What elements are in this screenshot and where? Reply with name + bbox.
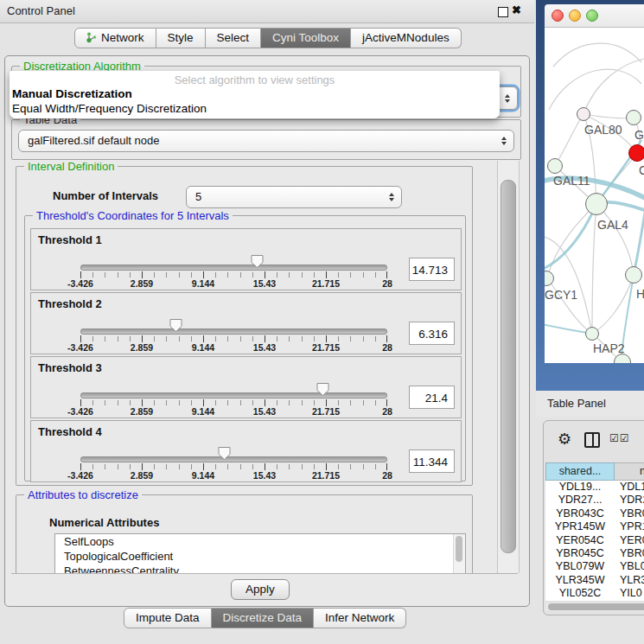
tick-label: 2.859 <box>131 470 153 481</box>
threshold-3-slider[interactable]: -3.4262.8599.14415.4321.71528 <box>80 357 387 418</box>
table-row[interactable]: YIL052CYIL0 <box>545 587 644 600</box>
slider-thumb[interactable] <box>316 382 330 397</box>
tick-mark <box>265 335 265 342</box>
tab-discretize-data[interactable]: Discretize Data <box>212 608 315 628</box>
node-label: H <box>636 287 644 301</box>
threshold-2-slider[interactable]: -3.4262.8599.14415.4321.71528 <box>80 293 387 354</box>
close-traffic-light[interactable] <box>552 10 564 22</box>
tick-mark <box>203 399 204 406</box>
network-node-gal11[interactable] <box>547 158 563 174</box>
table-row[interactable]: YPR145WYPR1 <box>545 520 644 533</box>
threshold-3-value-field[interactable]: 21.4 <box>409 386 455 409</box>
tick-label: -3.426 <box>67 278 93 289</box>
tick-mark <box>386 399 387 406</box>
tick-label: 9.144 <box>192 278 214 289</box>
panel-scrollbar[interactable] <box>497 161 520 573</box>
spinner-arrows-icon <box>389 193 394 201</box>
apply-button[interactable]: Apply <box>231 579 290 600</box>
tick-mark <box>386 463 387 470</box>
tick-label: 28 <box>382 278 392 289</box>
column-header-name[interactable]: na <box>615 462 644 481</box>
network-node-h[interactable] <box>625 266 642 284</box>
tab-impute-data[interactable]: Impute Data <box>124 608 212 628</box>
interval-definition-title: Interval Definition <box>24 161 118 173</box>
tab-cyni-toolbox[interactable]: Cyni Toolbox <box>261 28 351 48</box>
table-body[interactable]: YDL19...YDL1 YDR27...YDR2 YBR043CYBR0 YP… <box>545 481 644 601</box>
network-icon <box>86 30 97 49</box>
algorithm-dropdown-popup: Select algorithm to view settings Manual… <box>10 71 500 118</box>
network-node-red[interactable] <box>628 144 644 162</box>
tick-mark <box>265 463 265 470</box>
network-node-gal80[interactable] <box>577 107 590 121</box>
attributes-list[interactable]: SelfLoops TopologicalCoefficient Between… <box>54 533 466 573</box>
network-view-window: GAL80 GA C GAL11 GAL4 GCY1 H HAP2 <box>536 0 644 391</box>
table-row[interactable]: YBR043CYBR0 <box>545 507 644 520</box>
tick-label: 2.859 <box>131 342 153 353</box>
tab-style[interactable]: Style <box>156 28 206 48</box>
gear-icon[interactable]: ⚙ <box>558 430 571 449</box>
network-node-hap2[interactable] <box>585 327 599 341</box>
close-icon[interactable]: ✖ <box>512 3 521 16</box>
table-panel-title: Table Panel <box>547 397 606 410</box>
tab-select[interactable]: Select <box>206 28 262 48</box>
table-row[interactable]: YBR045CYBR0 <box>545 547 644 560</box>
table-data-combobox[interactable]: galFiltered.sif default node <box>18 130 514 152</box>
table-row[interactable]: YER054CYER0 <box>545 534 644 547</box>
slider-thumb[interactable] <box>217 446 232 461</box>
tick-mark <box>142 399 143 406</box>
zoom-traffic-light[interactable] <box>586 10 598 22</box>
table-horizontal-scrollbar[interactable] <box>545 603 644 611</box>
node-label: GAL11 <box>553 174 590 188</box>
scrollbar-thumb[interactable] <box>548 603 644 610</box>
tick-mark <box>80 399 81 406</box>
table-row[interactable]: YBL079WYBL0 <box>545 560 644 573</box>
threshold-3-panel: Threshold 3 -3.4262.8599.14415.4321.7152… <box>30 356 462 418</box>
tick-label: 28 <box>382 406 392 417</box>
number-of-intervals-spinner[interactable]: 5 <box>186 186 402 208</box>
slider-thumb[interactable] <box>250 254 265 269</box>
table-row[interactable]: YDL19...YDL1 <box>545 481 644 494</box>
list-scrollbar[interactable] <box>453 534 465 573</box>
interval-definition-group: Interval Definition Number of Intervals … <box>16 166 473 486</box>
float-window-icon[interactable] <box>498 7 508 17</box>
column-header-shared[interactable]: shared... <box>545 462 615 481</box>
table-row[interactable]: YLR345WYLR3 <box>545 574 644 587</box>
tab-jactivemnodules[interactable]: jActiveMNodules <box>351 28 462 48</box>
tick-label: 15.43 <box>253 278 276 289</box>
threshold-1-slider[interactable]: -3.4262.8599.14415.4321.71528 <box>80 229 387 290</box>
tab-network[interactable]: Network <box>74 28 156 48</box>
list-item[interactable]: BetweennessCentrality <box>55 564 465 573</box>
slider-thumb[interactable] <box>169 318 183 333</box>
panel-footer: Apply <box>11 573 518 605</box>
list-item[interactable]: TopologicalCoefficient <box>55 549 465 564</box>
network-node-gal4[interactable] <box>585 193 608 215</box>
slider-track <box>80 265 387 271</box>
tick-mark <box>326 335 327 342</box>
tick-mark <box>386 335 387 342</box>
minimize-traffic-light[interactable] <box>569 10 581 22</box>
tick-mark <box>142 463 143 470</box>
tick-mark <box>142 335 143 342</box>
network-node-ga[interactable] <box>626 110 641 125</box>
tick-mark <box>142 271 143 278</box>
table-data-value: galFiltered.sif default node <box>28 131 494 150</box>
control-panel-titlebar: Control Panel ✖ <box>0 0 534 23</box>
dropdown-hint: Select algorithm to view settings <box>10 73 500 86</box>
scrollbar-thumb[interactable] <box>501 180 516 553</box>
slider-minor-ticks <box>80 272 387 277</box>
dropdown-option-equal-width[interactable]: Equal Width/Frequency Discretization <box>12 102 207 115</box>
list-item[interactable]: SelfLoops <box>55 534 465 549</box>
checkbox-columns-icon[interactable]: ☑☑ <box>609 432 630 444</box>
threshold-2-value-field[interactable]: 6.316 <box>409 322 455 345</box>
threshold-4-value-field[interactable]: 11.344 <box>409 450 455 473</box>
tick-label: 21.715 <box>312 406 340 417</box>
table-row[interactable]: YDR27...YDR2 <box>545 494 644 507</box>
dropdown-option-manual[interactable]: Manual Discretization <box>12 87 132 100</box>
network-window-titlebar <box>545 4 644 28</box>
threshold-4-slider[interactable]: -3.4262.8599.14415.4321.71528 <box>80 421 387 481</box>
node-label: HAP2 <box>593 341 625 355</box>
threshold-1-value-field[interactable]: 14.713 <box>409 258 455 281</box>
tab-infer-network[interactable]: Infer Network <box>314 608 406 628</box>
split-columns-icon[interactable] <box>584 432 600 448</box>
network-canvas[interactable]: GAL80 GA C GAL11 GAL4 GCY1 H HAP2 <box>545 28 644 363</box>
